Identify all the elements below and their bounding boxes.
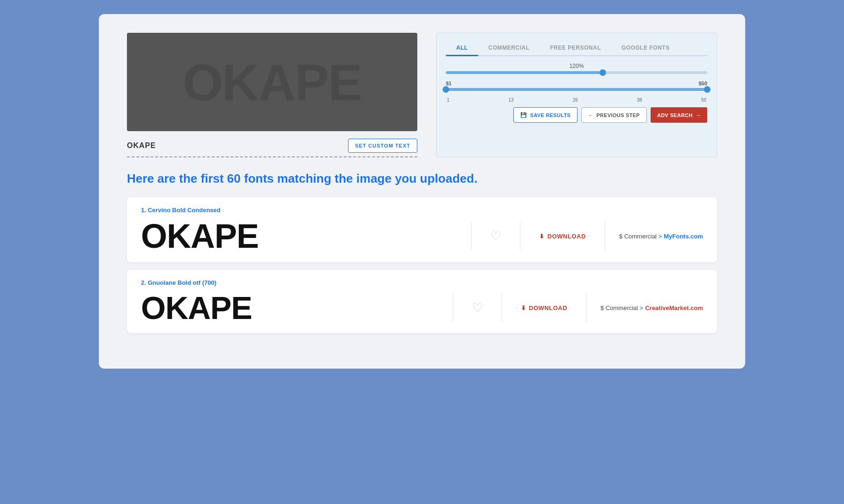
divider-2c bbox=[586, 294, 586, 322]
preview-text: OKAPE bbox=[183, 52, 361, 112]
preview-box: OKAPE SET CUSTOM TEXT bbox=[127, 33, 417, 157]
arrow-right-icon: → bbox=[696, 112, 701, 118]
price-slider-fill bbox=[446, 88, 707, 91]
price-slider-thumb-left[interactable] bbox=[443, 86, 449, 93]
price-labels: $1 $50 bbox=[446, 81, 707, 86]
arrow-left-icon: ← bbox=[588, 112, 593, 118]
price-slider-ticks: 1 13 26 38 50 bbox=[446, 97, 707, 103]
floppy-icon: 💾 bbox=[520, 112, 527, 118]
download-button-1[interactable]: ⬇ DOWNLOAD bbox=[534, 233, 591, 240]
price-slider-section: $1 $50 1 13 26 38 50 bbox=[446, 81, 707, 103]
price-max-label: $50 bbox=[699, 81, 707, 86]
font-card-1: 1. Cervino Bold Condensed OKAPE ♡ ⬇ DOWN… bbox=[127, 197, 717, 262]
purchase-info-2: $ Commercial > CreativeMarket.com bbox=[600, 304, 703, 311]
action-buttons: 💾 SAVE RESULTS ← PREVIOUS STEP ADV SEARC… bbox=[446, 107, 707, 123]
font-card-row-2: OKAPE ♡ ⬇ DOWNLOAD $ Commercial > Creati… bbox=[141, 292, 703, 324]
font-sample-text-1: OKAPE bbox=[141, 217, 259, 255]
price-min-label: $1 bbox=[446, 81, 452, 86]
custom-text-input[interactable] bbox=[127, 141, 341, 150]
divider-2b bbox=[502, 294, 502, 322]
divider-1c bbox=[605, 222, 605, 250]
font-sample-2: OKAPE bbox=[141, 292, 439, 324]
price-slider-thumb-right[interactable] bbox=[704, 86, 711, 93]
purchase-link-2[interactable]: CreativeMarket.com bbox=[645, 304, 703, 311]
download-icon-1: ⬇ bbox=[539, 233, 545, 240]
size-slider-section: 120% bbox=[446, 63, 707, 74]
divider-2a bbox=[453, 294, 453, 322]
download-icon-2: ⬇ bbox=[521, 304, 526, 311]
tab-commercial[interactable]: COMMERCIAL bbox=[478, 41, 540, 56]
tab-all[interactable]: ALL bbox=[446, 41, 478, 56]
previous-step-button[interactable]: ← PREVIOUS STEP bbox=[581, 107, 647, 123]
font-card-row-1: OKAPE ♡ ⬇ DOWNLOAD $ Commercial > MyFont… bbox=[141, 219, 703, 253]
filter-panel: ALL COMMERCIAL FREE PERSONAL GOOGLE FONT… bbox=[436, 33, 717, 157]
main-heading: Here are the first 60 fonts matching the… bbox=[127, 171, 717, 186]
save-results-button[interactable]: 💾 SAVE RESULTS bbox=[513, 107, 577, 123]
font-preview-image: OKAPE bbox=[127, 33, 417, 131]
font-card-2: 2. Gnuolane Bold otf (700) OKAPE ♡ ⬇ DOW… bbox=[127, 270, 717, 333]
size-slider-track[interactable] bbox=[446, 71, 707, 74]
font-name-1[interactable]: 1. Cervino Bold Condensed bbox=[141, 207, 703, 214]
download-button-2[interactable]: ⬇ DOWNLOAD bbox=[516, 304, 572, 311]
set-custom-text-button[interactable]: SET CUSTOM TEXT bbox=[348, 139, 417, 153]
font-sample-1: OKAPE bbox=[141, 219, 457, 253]
tab-google-fonts[interactable]: GOOGLE FONTS bbox=[611, 41, 680, 56]
font-sample-text-2: OKAPE bbox=[141, 290, 252, 326]
price-slider-track[interactable] bbox=[446, 88, 707, 91]
size-slider-thumb[interactable] bbox=[600, 69, 606, 76]
tab-free-personal[interactable]: FREE PERSONAL bbox=[540, 41, 612, 56]
filter-tabs: ALL COMMERCIAL FREE PERSONAL GOOGLE FONT… bbox=[446, 41, 707, 56]
font-name-2[interactable]: 2. Gnuolane Bold otf (700) bbox=[141, 279, 703, 286]
favorite-button-2[interactable]: ♡ bbox=[467, 301, 488, 315]
favorite-button-1[interactable]: ♡ bbox=[486, 229, 506, 244]
divider-1b bbox=[520, 222, 520, 250]
size-slider-label: 120% bbox=[446, 63, 707, 69]
divider-1a bbox=[471, 222, 472, 250]
purchase-link-1[interactable]: MyFonts.com bbox=[664, 233, 703, 240]
purchase-info-1: $ Commercial > MyFonts.com bbox=[619, 233, 703, 240]
text-input-row: SET CUSTOM TEXT bbox=[127, 139, 417, 157]
size-slider-fill bbox=[446, 71, 603, 74]
page-container: OKAPE SET CUSTOM TEXT ALL COMMERCIAL FRE… bbox=[99, 14, 745, 369]
adv-search-button[interactable]: ADV SEARCH → bbox=[651, 107, 707, 123]
top-section: OKAPE SET CUSTOM TEXT ALL COMMERCIAL FRE… bbox=[127, 33, 717, 157]
